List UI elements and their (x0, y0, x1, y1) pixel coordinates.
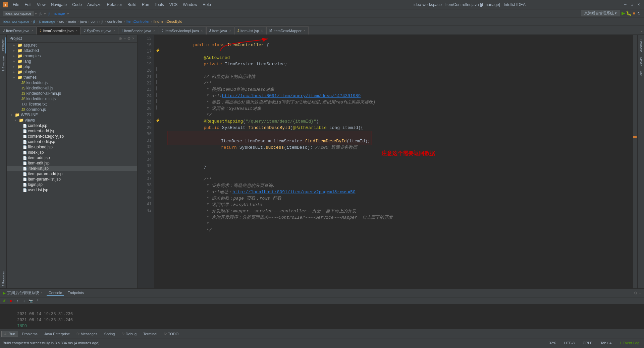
tab-close-itemservice[interactable]: × (153, 29, 155, 32)
module-jt-manage[interactable]: jt-manage (47, 11, 66, 16)
bottom-tab-spring[interactable]: Spring (101, 331, 118, 337)
tree-item-content-edit[interactable]: 📄 content-edit.jsp (7, 139, 137, 144)
panel-collapse[interactable]: − (123, 36, 126, 41)
tab-close-itemdescmapper[interactable]: × (304, 29, 306, 32)
tree-item-content-category[interactable]: 📄 content-category.jsp (7, 134, 137, 139)
bottom-tab-java-enterprise[interactable]: Java Enterprise (41, 331, 73, 337)
breadcrumb-jt[interactable]: jt (33, 19, 35, 23)
code-editor[interactable]: public class ItemController { @Autowired (164, 35, 633, 288)
breadcrumb-method[interactable]: findItemDescById (154, 19, 182, 23)
tree-item-kindeditor-all[interactable]: JS kindeditor-all.js (7, 85, 137, 91)
tab-close-itemdesc[interactable]: × (32, 29, 34, 32)
tree-item-license[interactable]: TXT license.txt (7, 101, 137, 107)
panel-sync[interactable]: ⊕ (119, 36, 122, 41)
restart-button[interactable]: ↺ (1, 298, 7, 303)
tree-item-attached[interactable]: ▸ 📁 attached (7, 48, 137, 53)
sidebar-ant-tab[interactable]: Ant (639, 69, 643, 78)
tab-item[interactable]: J Item.java × (206, 26, 234, 34)
tree-item-login[interactable]: 📄 login.jsp (7, 182, 137, 187)
status-line-ending[interactable]: CRLF (581, 340, 594, 346)
scroll-down-button[interactable]: ↓ (21, 298, 27, 303)
stop-button[interactable]: ■ (632, 10, 636, 16)
maximize-button[interactable]: □ (629, 2, 635, 7)
status-event-log[interactable]: 1 Event Log (618, 340, 641, 346)
minimize-button[interactable]: ─ (623, 2, 628, 7)
status-indent[interactable]: Tab+ 4 (598, 340, 613, 346)
tab-sysresult[interactable]: J SysResult.java × (81, 26, 118, 34)
tree-item-kindeditor-all-min[interactable]: JS kindeditor-all-min.js (7, 91, 137, 96)
menu-vcs[interactable]: VCS (167, 2, 180, 8)
bottom-tab-problems[interactable]: Problems (19, 331, 40, 337)
tree-item-content[interactable]: 📄 content.jsp (7, 123, 137, 128)
tree-item-userlist[interactable]: 📄 userList.jsp (7, 187, 137, 193)
project-selector[interactable]: idea-workspace (3, 11, 34, 16)
tree-item-file-upload[interactable]: 📄 file-upload.jsp (7, 144, 137, 150)
tab-itemdesc[interactable]: J ItemDesc.java × (0, 26, 37, 34)
sidebar-project-tab[interactable]: 1:Project (1, 38, 6, 54)
console-output[interactable]: 2021-08-14 19:33:31.236 INFO 46708 --- [… (0, 304, 644, 329)
run-tab-console[interactable]: Console (47, 290, 64, 296)
tree-item-index[interactable]: 📄 index.jsp (7, 150, 137, 155)
breadcrumb-jt-manage[interactable]: jt-manage (39, 19, 55, 23)
tree-item-examples[interactable]: ▸ 📁 examples (7, 53, 137, 59)
editor-area[interactable]: 15 16 17 18 19 20 21 22 23 24 25 26 27 2… (138, 35, 637, 288)
tree-item-item-param-list[interactable]: 📄 item-param-list.jsp (7, 177, 137, 182)
tab-itemlist[interactable]: J item-list.jsp × (234, 26, 266, 34)
menu-view[interactable]: View (35, 2, 48, 8)
panel-settings-icon[interactable]: ⚙ (634, 291, 638, 295)
bottom-tab-debug[interactable]: 5: Debug (118, 331, 140, 337)
tabs-more[interactable]: ▾ (640, 28, 644, 34)
tab-itemservice[interactable]: I ItemService.java × (119, 26, 158, 34)
tree-item-aspnet[interactable]: ▸ 📁 asp.net (7, 43, 137, 48)
tree-item-lang[interactable]: ▸ 📁 lang (7, 59, 137, 64)
menu-help[interactable]: Help (201, 2, 213, 8)
bottom-tab-run[interactable]: 4: Run (1, 331, 18, 337)
bottom-tab-terminal[interactable]: Terminal (140, 331, 160, 337)
run-close-icon[interactable]: × (41, 291, 43, 295)
breadcrumb-workspace[interactable]: idea-workspace (3, 19, 29, 23)
bottom-tab-todo[interactable]: 6: TODO (161, 331, 182, 337)
tab-close-item[interactable]: × (229, 29, 231, 32)
panel-close[interactable]: × (132, 36, 135, 41)
menu-run[interactable]: Run (140, 2, 151, 8)
run-button[interactable]: ▶ (622, 10, 625, 16)
panel-settings[interactable]: ⚙ (127, 36, 131, 41)
close-button[interactable]: ✕ (636, 2, 641, 7)
menu-file[interactable]: File (11, 2, 21, 8)
tree-item-views[interactable]: ▾ 📁 views (7, 118, 137, 123)
tab-close-itemcontroller[interactable]: × (75, 29, 77, 32)
sidebar-maven-tab[interactable]: Maven (639, 55, 643, 68)
tree-item-content-add[interactable]: 📄 content-add.jsp (7, 128, 137, 134)
more-button[interactable]: ⋮ (35, 298, 40, 303)
tree-item-themes[interactable]: ▸ 📁 themes (7, 75, 137, 80)
tree-item-kindeditor-min[interactable]: JS kindeditor-min.js (7, 96, 137, 101)
tab-close-sysresult[interactable]: × (113, 29, 115, 32)
tree-item-plugins[interactable]: ▸ 📁 plugins (7, 69, 137, 75)
sidebar-favorites-tab[interactable]: 2:Favorites (1, 269, 6, 288)
run-tab-endpoints[interactable]: Endpoints (65, 290, 86, 296)
reload-button[interactable]: ↻ (637, 10, 641, 16)
status-position[interactable]: 32:6 (547, 340, 558, 346)
tab-close-itemserviceimpl[interactable]: × (201, 29, 203, 32)
sidebar-database-tab[interactable]: Database (639, 38, 643, 55)
tab-itemdescmapper[interactable]: M ItemDescMapper × (266, 26, 309, 34)
tab-itemserviceimpl[interactable]: J ItemServiceImpl.java × (159, 26, 206, 34)
menu-analyze[interactable]: Analyze (85, 2, 104, 8)
tab-itemcontroller[interactable]: J ItemController.java × (37, 26, 81, 34)
tree-item-item-list[interactable]: 📄 item-list.jsp (7, 166, 137, 171)
tree-item-common[interactable]: JS common.js (7, 107, 137, 112)
status-encoding[interactable]: UTF-8 (562, 340, 577, 346)
tree-item-item-edit[interactable]: 📄 item-edit.jsp (7, 160, 137, 166)
debug-button[interactable]: 🐛 (626, 10, 632, 16)
tree-item-item-param-add[interactable]: 📄 item-param-add.jsp (7, 171, 137, 177)
tab-close-itemlist[interactable]: × (261, 29, 263, 32)
menu-window[interactable]: Window (181, 2, 199, 8)
bottom-tab-messages[interactable]: 0: Messages (73, 331, 100, 337)
menu-tools[interactable]: Tools (153, 2, 166, 8)
menu-refactor[interactable]: Refactor (105, 2, 124, 8)
stop-run-button[interactable]: ■ (8, 298, 13, 303)
run-config[interactable]: 京淘后台管理系统 ▾ (581, 10, 620, 16)
menu-navigate[interactable]: Navigate (49, 2, 69, 8)
tree-item-kindeditor[interactable]: JS kindeditor.js (7, 80, 137, 85)
sidebar-structure-tab[interactable]: Z-Structure (1, 54, 6, 73)
